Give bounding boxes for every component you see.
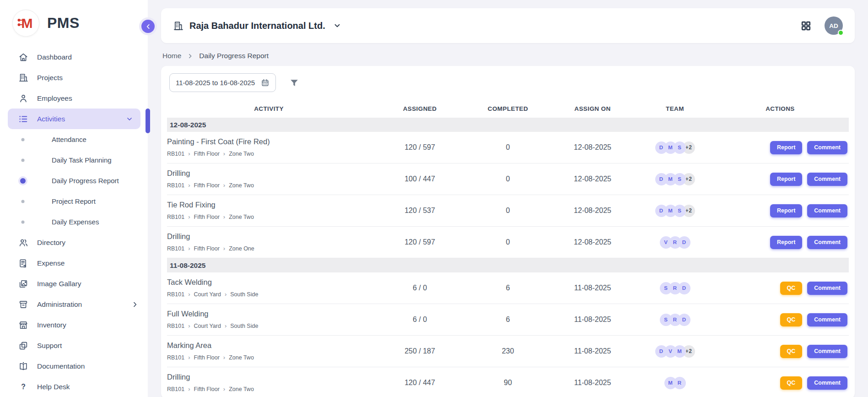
dashboard-icon bbox=[18, 52, 28, 62]
sidebar-item-administration[interactable]: Administration bbox=[0, 294, 148, 315]
sidebar-item-daily-expenses[interactable]: Daily Expenses bbox=[0, 212, 148, 232]
sidebar-collapse-button[interactable] bbox=[141, 20, 155, 33]
report-button[interactable]: Report bbox=[770, 173, 802, 186]
completed-value: 0 bbox=[469, 143, 547, 152]
sidebar-item-project-report[interactable]: Project Report bbox=[0, 191, 148, 212]
sidebar-item-activities[interactable]: Activities bbox=[8, 109, 140, 129]
activity-title: Full Welding bbox=[167, 310, 371, 318]
sidebar-item-image-gallary[interactable]: Image Gallary bbox=[0, 273, 148, 294]
apps-grid-icon[interactable] bbox=[800, 20, 812, 32]
qc-button[interactable]: QC bbox=[780, 345, 803, 358]
date-group-header: 12-08-2025 bbox=[167, 118, 849, 132]
assigned-value: 250 / 187 bbox=[371, 347, 469, 355]
comment-button[interactable]: Comment bbox=[807, 204, 847, 218]
actions-cell: QCComment bbox=[712, 282, 849, 295]
sidebar-item-employees[interactable]: Employees bbox=[0, 88, 148, 109]
activity-title: Drilling bbox=[167, 232, 371, 241]
bullet-icon bbox=[22, 200, 25, 203]
chevron-right-icon: › bbox=[223, 151, 225, 157]
team-cell: SRD bbox=[638, 282, 712, 294]
team-cell: VRD bbox=[638, 236, 712, 249]
chevron-right-icon: › bbox=[223, 386, 225, 392]
column-header-team: TEAM bbox=[638, 105, 712, 112]
sidebar-item-daily-progress-report[interactable]: Daily Progress Report bbox=[0, 170, 148, 191]
location-segment: Fifth Floor bbox=[194, 245, 220, 252]
online-status-dot bbox=[838, 30, 844, 36]
column-header-completed: COMPLETED bbox=[469, 105, 547, 112]
qc-button[interactable]: QC bbox=[780, 313, 803, 326]
filter-icon[interactable] bbox=[289, 78, 299, 88]
sidebar-item-label: Dashboard bbox=[37, 53, 72, 61]
location-segment: RB101 bbox=[167, 182, 184, 189]
sidebar-item-support[interactable]: Support bbox=[0, 335, 148, 356]
content-card: 11-08-2025 to 16-08-2025 ACTIVITYASSIGNE… bbox=[161, 66, 855, 397]
sidebar-item-label: Daily Expenses bbox=[52, 218, 99, 226]
comment-button[interactable]: Comment bbox=[807, 236, 847, 249]
comment-button[interactable]: Comment bbox=[807, 313, 847, 326]
breadcrumb-home[interactable]: Home bbox=[162, 52, 181, 60]
sidebar-item-expense[interactable]: Expense bbox=[0, 253, 148, 273]
comment-button[interactable]: Comment bbox=[807, 345, 847, 358]
sidebar-item-daily-task-planning[interactable]: Daily Task Planning bbox=[0, 150, 148, 170]
assign-on-value: 12-08-2025 bbox=[547, 207, 638, 215]
location-segment: RB101 bbox=[167, 291, 184, 298]
location-segment: RB101 bbox=[167, 354, 184, 361]
chevron-right-icon: › bbox=[223, 214, 225, 220]
team-member-avatar: D bbox=[655, 141, 668, 154]
comment-button[interactable]: Comment bbox=[807, 141, 847, 154]
date-range-input[interactable]: 11-08-2025 to 16-08-2025 bbox=[169, 73, 276, 92]
inventory-icon bbox=[18, 320, 28, 330]
chevron-right-icon: › bbox=[188, 386, 190, 392]
activity-title: Tack Welding bbox=[167, 278, 371, 287]
sidebar-item-attendance[interactable]: Attendance bbox=[0, 129, 148, 150]
location-segment: Court Yard bbox=[194, 323, 221, 329]
report-button[interactable]: Report bbox=[770, 204, 802, 218]
sidebar-item-projects[interactable]: Projects bbox=[0, 67, 148, 88]
assigned-value: 120 / 537 bbox=[371, 207, 469, 215]
activity-row: Painting - First Coat (Fire Red)RB101›Fi… bbox=[167, 132, 849, 163]
sidebar-item-inventory[interactable]: Inventory bbox=[0, 315, 148, 335]
location-segment: RB101 bbox=[167, 151, 184, 157]
qc-button[interactable]: QC bbox=[780, 376, 803, 390]
qc-button[interactable]: QC bbox=[780, 282, 803, 295]
team-member-avatar: S bbox=[660, 282, 672, 294]
activity-row: DrillingRB101›Fifth Floor›Zone Two120 / … bbox=[167, 367, 849, 397]
date-range-value: 11-08-2025 to 16-08-2025 bbox=[176, 79, 255, 87]
chevron-right-icon: › bbox=[223, 182, 225, 188]
sidebar-item-label: Help Desk bbox=[37, 383, 70, 391]
sidebar-item-help-desk[interactable]: ?Help Desk bbox=[0, 376, 148, 397]
comment-button[interactable]: Comment bbox=[807, 173, 847, 186]
completed-value: 0 bbox=[469, 207, 547, 215]
sidebar-item-label: Expense bbox=[37, 259, 65, 267]
active-item-indicator bbox=[146, 109, 150, 133]
chevron-right-icon: › bbox=[188, 323, 190, 329]
comment-button[interactable]: Comment bbox=[807, 282, 847, 295]
location-segment: Zone Two bbox=[229, 386, 254, 392]
column-header-activity: ACTIVITY bbox=[167, 105, 371, 112]
actions-cell: QCComment bbox=[712, 345, 849, 358]
activity-location: RB101›Fifth Floor›Zone Two bbox=[167, 182, 371, 189]
company-name: Raja Bahadur International Ltd. bbox=[189, 21, 325, 31]
company-selector[interactable]: Raja Bahadur International Ltd. bbox=[173, 21, 341, 31]
location-segment: Zone Two bbox=[229, 151, 254, 157]
report-button[interactable]: Report bbox=[770, 236, 802, 249]
svg-text:?: ? bbox=[21, 383, 26, 391]
sidebar-item-documentation[interactable]: Documentation bbox=[0, 356, 148, 376]
comment-button[interactable]: Comment bbox=[807, 376, 847, 390]
activity-location: RB101›Fifth Floor›Zone Two bbox=[167, 151, 371, 157]
activity-location: RB101›Fifth Floor›Zone One bbox=[167, 245, 371, 252]
location-segment: Fifth Floor bbox=[194, 214, 220, 220]
team-member-avatar: S bbox=[660, 314, 672, 326]
sidebar-item-label: Attendance bbox=[52, 136, 86, 143]
logo-m-icon: M bbox=[12, 10, 39, 37]
assigned-value: 6 / 0 bbox=[371, 284, 469, 292]
activity-title: Drilling bbox=[167, 373, 371, 381]
team-member-avatar: D bbox=[655, 205, 668, 217]
user-avatar[interactable]: AD bbox=[825, 16, 843, 35]
report-button[interactable]: Report bbox=[770, 141, 802, 154]
assigned-value: 120 / 597 bbox=[371, 143, 469, 152]
date-group-header: 11-08-2025 bbox=[167, 258, 849, 272]
team-cell: DVM+2 bbox=[638, 345, 712, 358]
sidebar-item-directory[interactable]: Directory bbox=[0, 232, 148, 253]
sidebar-item-dashboard[interactable]: Dashboard bbox=[0, 47, 148, 67]
